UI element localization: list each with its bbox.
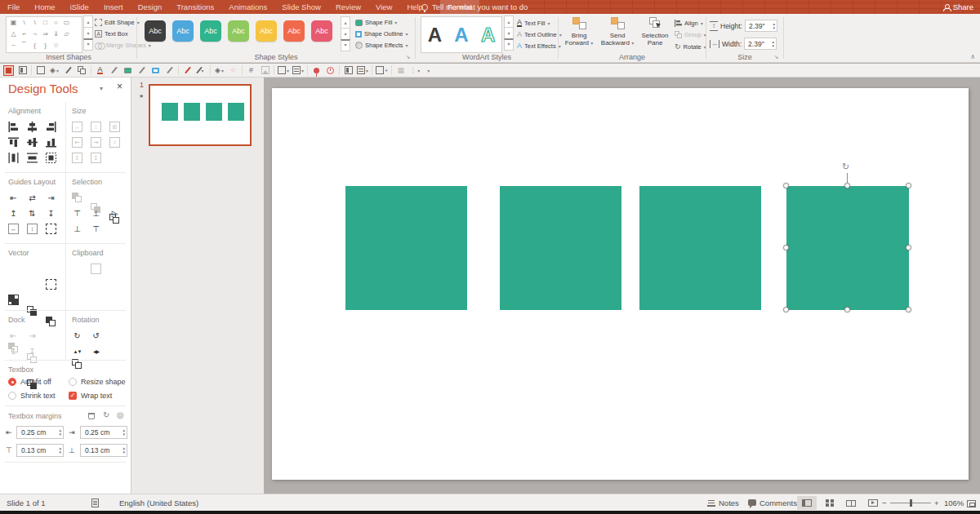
slide-shape[interactable]: [639, 186, 761, 310]
text-fill-button[interactable]: A Text Fill ▾: [517, 19, 550, 27]
selection-cursor-icon[interactable]: ▷: [109, 208, 120, 219]
rotation-handle-icon[interactable]: ↻: [842, 162, 849, 172]
shape-style-swatch[interactable]: Abc: [172, 20, 194, 42]
selection-handle-bottom-center[interactable]: [844, 307, 850, 312]
wordart-style-blue[interactable]: A: [454, 17, 468, 52]
margin-bottom-field[interactable]: 0.13 cm ▴▾: [80, 444, 127, 457]
wordart-more-icon[interactable]: ▾: [504, 38, 514, 51]
width-spinner[interactable]: ▴▾: [773, 40, 775, 48]
selection-pane-button[interactable]: Selection Pane: [638, 16, 672, 47]
shape-combo-icon[interactable]: ◈▾: [214, 65, 225, 76]
font-color-eyedrop-icon[interactable]: [109, 65, 119, 76]
paste-icon[interactable]: [91, 264, 101, 274]
star-shape-icon[interactable]: ☆: [51, 40, 60, 51]
gallery-scroll-up-icon[interactable]: ▴: [83, 16, 93, 28]
slide[interactable]: ↻: [272, 88, 969, 480]
text-outline-button[interactable]: A Text Outline ▾: [517, 30, 562, 38]
tab-view[interactable]: View: [368, 0, 399, 14]
style-scroll-down-icon[interactable]: ▾: [341, 28, 350, 40]
shape-fill-button[interactable]: Shape Fill ▾: [355, 19, 397, 26]
selection-handle-top-center[interactable]: [844, 183, 850, 188]
zoom-slider[interactable]: [890, 503, 931, 503]
shape-style-swatch[interactable]: Abc: [311, 20, 332, 42]
right-arrow-icon[interactable]: ⇒: [41, 29, 50, 40]
flip-horizontal-icon[interactable]: ◀▶: [91, 346, 101, 357]
margin-left-spinner[interactable]: ▴▾: [59, 428, 61, 436]
zoom-in-button[interactable]: +: [934, 494, 939, 511]
slide-shape[interactable]: [345, 186, 467, 310]
collapse-ribbon-icon[interactable]: ∧: [970, 53, 975, 60]
convert-text-icon[interactable]: A: [8, 295, 19, 305]
fill-eyedrop-icon[interactable]: [136, 65, 147, 76]
align-right-icon[interactable]: [46, 122, 56, 132]
tab-slide-show[interactable]: Slide Show: [274, 0, 328, 14]
margin-top-spinner[interactable]: ▴▾: [59, 446, 61, 454]
bring-forward-button[interactable]: Bring Forward ▾: [561, 16, 597, 47]
guide-right-icon[interactable]: ⇥: [46, 193, 56, 203]
margin-top-field[interactable]: 0.13 cm ▴▾: [16, 444, 64, 457]
resize-shape-option[interactable]: Resize shape: [69, 378, 126, 386]
selection-handle-top-left[interactable]: [783, 183, 789, 188]
favorite-star-icon[interactable]: ☆: [228, 65, 238, 76]
reading-view-button[interactable]: [841, 496, 861, 510]
selection-handle-middle-left[interactable]: [783, 245, 789, 250]
wordart-gallery[interactable]: A A A: [421, 16, 502, 53]
elbow-arrow-icon[interactable]: ¬: [30, 29, 39, 40]
resize-shape-radio[interactable]: [69, 378, 77, 386]
align-center-horizontal-icon[interactable]: [27, 122, 38, 132]
equal-height-icon[interactable]: ↕: [91, 122, 101, 132]
normal-view-button[interactable]: [797, 496, 817, 510]
slide-sorter-view-button[interactable]: [819, 496, 839, 510]
right-brace-icon[interactable]: }: [41, 40, 50, 51]
align-left-icon[interactable]: [8, 122, 19, 132]
swap-top-icon[interactable]: ⊤: [72, 208, 82, 219]
distribute-vertical-icon[interactable]: [27, 153, 38, 163]
share-button[interactable]: Share: [943, 0, 973, 14]
left-brace-icon[interactable]: {: [30, 40, 39, 51]
selection-handle-middle-right[interactable]: [906, 245, 911, 250]
guide-left-icon[interactable]: ⇤: [8, 193, 19, 203]
tab-file[interactable]: File: [0, 0, 27, 14]
margin-settings-icon[interactable]: ◎: [117, 410, 124, 419]
distribute-swap-icon[interactable]: ⊤: [91, 224, 101, 234]
tell-me-box[interactable]: Tell me what you want to do: [421, 0, 528, 14]
rotate-right-icon[interactable]: ↻: [72, 330, 82, 341]
screenshot-icon[interactable]: +: [376, 65, 388, 76]
slide-shape[interactable]: [500, 186, 621, 310]
wordart-style-dark[interactable]: A: [428, 17, 442, 52]
height-spinner[interactable]: ▴▾: [773, 22, 775, 30]
delete-margins-icon[interactable]: [88, 413, 95, 419]
guide-top-icon[interactable]: ↥: [8, 208, 19, 219]
stretch-bottom-icon[interactable]: ↧: [91, 153, 101, 163]
wordart-scroll-down-icon[interactable]: ▾: [504, 27, 514, 39]
bool-fragment-icon[interactable]: [46, 317, 56, 327]
shape-styles-dialog-launcher-icon[interactable]: ↘: [404, 53, 412, 60]
dock-top-icon[interactable]: ↥: [8, 346, 19, 357]
width-field[interactable]: 2.39" ▴▾: [744, 38, 777, 50]
islide-panel-toggle[interactable]: [3, 65, 14, 76]
layout-frame-icon[interactable]: [35, 65, 46, 76]
proofing-button[interactable]: [91, 494, 99, 511]
align-button[interactable]: Align ▾: [675, 20, 703, 27]
style-scroll-up-icon[interactable]: ▴: [341, 16, 350, 29]
guide-box-horizontal-icon[interactable]: ↔: [8, 224, 19, 234]
duplicate-icon[interactable]: [77, 65, 87, 76]
align-top-icon[interactable]: [8, 137, 19, 148]
arrow-line-icon[interactable]: \: [30, 17, 39, 29]
language-button[interactable]: English (United States): [119, 494, 198, 511]
format-painter-icon[interactable]: [182, 65, 193, 76]
line-icon[interactable]: \: [20, 17, 29, 29]
stretch-top-icon[interactable]: ↥: [72, 153, 82, 163]
align-swap-icon[interactable]: ⊥: [72, 224, 82, 234]
autofit-off-option[interactable]: Autofit off: [8, 378, 51, 386]
stamp-tool-icon[interactable]: [17, 65, 28, 76]
outline-eyedrop-icon[interactable]: [164, 65, 175, 76]
stretch-left-icon[interactable]: ⇤: [72, 137, 82, 148]
tab-home[interactable]: Home: [27, 0, 62, 14]
picture-icon[interactable]: [260, 65, 270, 76]
recent-shape-icon[interactable]: ▣: [9, 17, 18, 29]
shape-style-swatch[interactable]: Abc: [200, 20, 221, 42]
triangle-icon[interactable]: △: [9, 29, 18, 40]
margin-bottom-spinner[interactable]: ▴▾: [122, 446, 125, 454]
grid-tool-icon[interactable]: ▦: [395, 65, 406, 76]
